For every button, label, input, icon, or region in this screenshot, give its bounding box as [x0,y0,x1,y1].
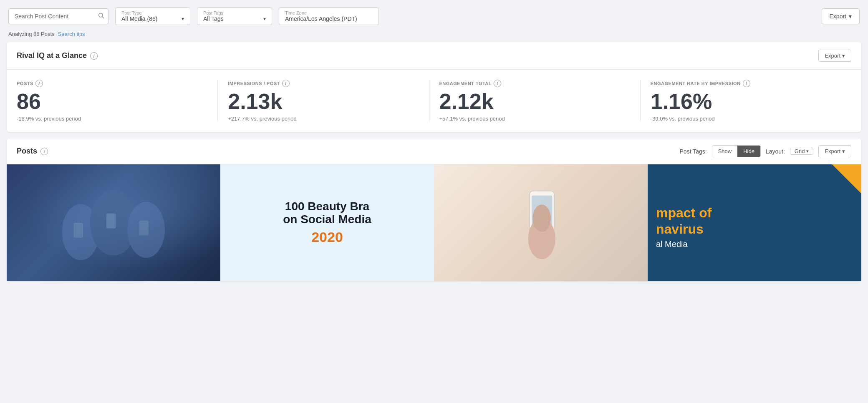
posts-header: Posts i Post Tags: Show Hide Layout: Gri… [7,139,861,164]
layout-grid-label: Grid [795,148,805,154]
beauty-brands-text-1: 100 Beauty Bra [285,200,369,213]
search-icon [98,12,104,20]
layout-label: Layout: [766,148,785,155]
stat-change-engagement-total: +57.1% vs. previous period [439,116,630,122]
post-image-3 [434,164,648,281]
stat-change-posts: -18.9% vs. previous period [17,116,207,122]
stat-label-impressions: IMPRESSIONS / POST i [228,80,419,87]
impact-text-2: navirus [656,222,704,237]
post-type-label: Post Type [121,10,184,15]
post-image-1 [7,164,220,281]
impact-text-1: mpact of [656,205,712,220]
glance-title-wrapper: Rival IQ at a Glance i [17,51,98,60]
posts-title-wrapper: Posts i [17,147,48,156]
posts-title: Posts [17,147,37,156]
svg-point-11 [532,204,551,232]
post-type-dropdown[interactable]: Post Type All Media (86) ▾ [115,8,190,25]
stat-info-icon-impressions[interactable]: i [282,80,290,87]
glance-card: Rival IQ at a Glance i Export ▾ POSTS i … [7,42,861,132]
glance-title: Rival IQ at a Glance [17,51,87,60]
stat-cell-engagement-rate: ENGAGEMENT RATE BY IMPRESSION i 1.16% -3… [651,80,851,122]
analyzing-text: Analyzing 86 Posts [8,31,55,37]
glance-export-label: Export [825,53,840,59]
stat-value-engagement-rate: 1.16% [651,91,841,112]
glance-export-button[interactable]: Export ▾ [818,50,851,62]
timezone-label: Time Zone [285,10,373,15]
timezone-dropdown[interactable]: Time Zone America/Los Angeles (PDT) [279,8,379,25]
beauty-brands-year: 2020 [311,229,343,245]
post-thumb-4[interactable]: mpact of navirus al Media [648,164,861,281]
post-image-4: mpact of navirus al Media [648,164,861,281]
chevron-down-icon-6: ▾ [842,148,845,154]
stat-label-engagement-rate: ENGAGEMENT RATE BY IMPRESSION i [651,80,841,87]
stat-cell-engagement-total: ENGAGEMENT TOTAL i 2.12k +57.1% vs. prev… [439,80,641,122]
posts-info-icon[interactable]: i [40,148,48,155]
post-thumb-2[interactable]: 100 Beauty Bra on Social Media 2020 [220,164,434,281]
svg-rect-7 [139,220,149,235]
stat-info-icon-engagement[interactable]: i [494,80,501,87]
timezone-value: America/Los Angeles (PDT) [285,15,373,22]
post-type-value: All Media (86) ▾ [121,15,184,22]
impact-text-3: al Media [656,239,688,249]
glance-info-icon[interactable]: i [90,52,98,60]
stat-cell-impressions: IMPRESSIONS / POST i 2.13k +217.7% vs. p… [228,80,429,122]
chevron-down-icon: ▾ [182,16,184,22]
stat-info-icon-rate[interactable]: i [743,80,750,87]
search-input[interactable] [8,8,108,24]
post-image-2: 100 Beauty Bra on Social Media 2020 [220,164,434,281]
chevron-down-icon-2: ▾ [263,16,266,22]
posts-controls: Post Tags: Show Hide Layout: Grid ▾ Expo… [680,145,851,157]
stat-change-engagement-rate: -39.0% vs. previous period [651,116,841,122]
svg-rect-5 [74,223,83,238]
stat-value-engagement-total: 2.12k [439,91,630,112]
posts-export-label: Export [825,148,840,154]
stat-value-posts: 86 [17,91,207,112]
chevron-down-icon-5: ▾ [806,149,809,154]
posts-export-button[interactable]: Export ▾ [818,145,851,157]
stat-label-posts: POSTS i [17,80,207,87]
post-tags-label: Post Tags [203,10,266,15]
stat-label-engagement-total: ENGAGEMENT TOTAL i [439,80,630,87]
sub-bar: Analyzing 86 Posts Search tips [0,29,868,42]
stat-value-impressions: 2.13k [228,91,419,112]
post-tags-value: All Tags ▾ [203,15,266,22]
chevron-down-icon-4: ▾ [842,53,845,59]
posts-card: Posts i Post Tags: Show Hide Layout: Gri… [7,139,861,281]
posts-grid: 100 Beauty Bra on Social Media 2020 [7,164,861,281]
stat-info-icon-posts[interactable]: i [35,80,43,87]
top-bar: Post Type All Media (86) ▾ Post Tags All… [0,0,868,29]
stat-change-impressions: +217.7% vs. previous period [228,116,419,122]
svg-rect-6 [106,214,116,229]
post-tags-show-button[interactable]: Show [712,146,738,157]
post-thumb-3[interactable] [434,164,648,281]
post-tags-hide-button[interactable]: Hide [737,146,760,157]
search-wrapper [8,8,108,24]
export-button-top[interactable]: Export ▾ [822,8,860,24]
post-tags-toggle: Show Hide [712,145,761,157]
export-label: Export [830,13,846,20]
chevron-down-icon-3: ▾ [849,13,852,20]
layout-toggle[interactable]: Grid ▾ [790,148,814,155]
search-tips-link[interactable]: Search tips [58,31,85,37]
stats-row: POSTS i 86 -18.9% vs. previous period IM… [7,70,861,132]
post-thumb-1[interactable] [7,164,220,281]
svg-line-1 [102,17,104,18]
stat-cell-posts: POSTS i 86 -18.9% vs. previous period [17,80,218,122]
glance-header: Rival IQ at a Glance i Export ▾ [7,42,861,70]
post-tags-label-2: Post Tags: [680,148,707,155]
beauty-brands-text-2: on Social Media [283,213,371,226]
post-tags-dropdown[interactable]: Post Tags All Tags ▾ [197,8,272,25]
